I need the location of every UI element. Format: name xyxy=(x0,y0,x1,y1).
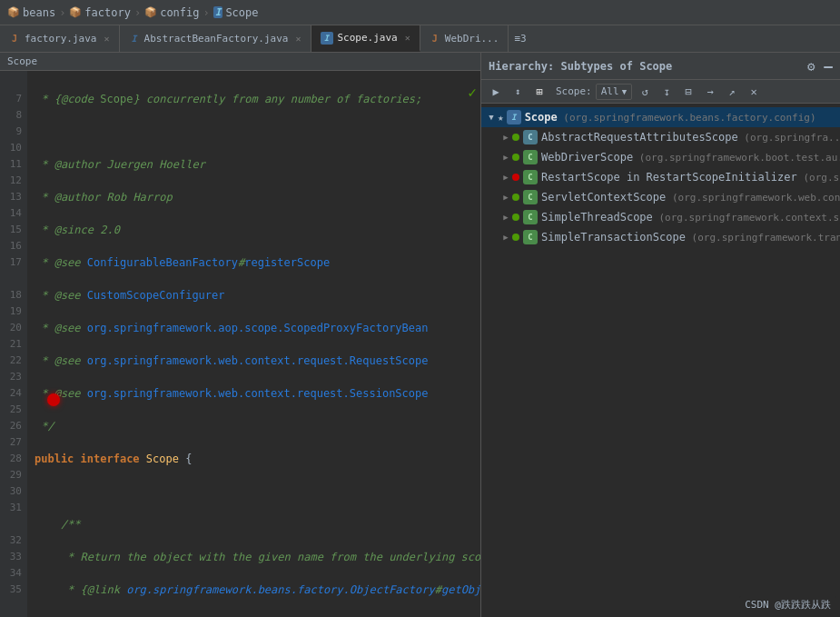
class-icon-restart: C xyxy=(523,170,538,184)
hierarchy-gear-icon[interactable]: ⚙ xyxy=(807,59,815,74)
interface-icon-bc: I xyxy=(213,6,223,18)
tree-arrow-scope: ▼ xyxy=(485,111,498,124)
tree-arrow-thread: ▶ xyxy=(499,211,512,224)
tree-item-servlet-package: (org.springframework.web.cont... xyxy=(666,192,840,204)
breadcrumb-item-scope[interactable]: I Scope xyxy=(213,6,259,19)
dot-thread xyxy=(512,214,519,221)
watermark: CSDN @跌跌跌从跌 xyxy=(739,596,836,613)
tree-arrow-webdriver: ▶ xyxy=(499,151,512,164)
breadcrumb-bar: 📦 beans › 📦 factory › 📦 config › I Scope xyxy=(0,0,840,25)
tree-arrow-restart: ▶ xyxy=(499,171,512,184)
tree-item-abstract-request-package: (org.springfra... xyxy=(738,132,840,144)
package-icon-2: 📦 xyxy=(69,6,82,18)
package-icon-3: 📦 xyxy=(144,6,157,18)
dot-servlet xyxy=(512,194,519,201)
tree-item-servlet-name: ServletContextScope xyxy=(541,191,666,204)
tab-webdriver[interactable]: J WebDri... xyxy=(420,25,509,52)
toolbar-btn-subtypes[interactable]: ⊞ xyxy=(530,83,548,101)
scope-dropdown[interactable]: All ▼ xyxy=(596,84,632,100)
toolbar-btn-close[interactable]: ✕ xyxy=(745,83,763,101)
toolbar-btn-expand[interactable]: ▶ xyxy=(487,83,505,101)
tab-abstract-bean-factory[interactable]: I AbstractBeanFactory.java ✕ xyxy=(120,25,311,52)
tree-item-abstract-request-name: AbstractRequestAttributesScope xyxy=(541,131,738,144)
tab-close-abstract[interactable]: ✕ xyxy=(295,34,301,44)
class-icon-servlet: C xyxy=(523,190,538,204)
tree-item-transaction-name: SimpleTransactionScope xyxy=(541,231,686,244)
code-content: * {@code Scope} concurrently from any nu… xyxy=(27,71,480,617)
tree-item-scope[interactable]: ▼ ★ I Scope (org.springframework.beans.f… xyxy=(481,107,840,127)
tree-item-simple-thread[interactable]: ▶ C SimpleThreadScope (org.springframewo… xyxy=(481,207,840,227)
tree-item-webdriver-name: WebDriverScope xyxy=(541,151,633,164)
toolbar-btn-expand-subtypes[interactable]: ↕ xyxy=(509,83,527,101)
dot-abstract-request xyxy=(512,134,519,141)
tree-item-servlet-context[interactable]: ▶ C ServletContextScope (org.springframe… xyxy=(481,187,840,207)
class-icon-transaction: C xyxy=(523,230,538,244)
check-mark-indicator: ✓ xyxy=(468,84,477,101)
toolbar-btn-refresh[interactable]: ↺ xyxy=(636,83,654,101)
hierarchy-toolbar: ▶ ↕ ⊞ Scope: All ▼ ↺ ↧ ⊟ → ↗ ✕ xyxy=(481,80,840,104)
hierarchy-tree[interactable]: ▼ ★ I Scope (org.springframework.beans.f… xyxy=(481,104,840,617)
tab-close-scope[interactable]: ✕ xyxy=(405,33,410,43)
tree-item-webdriver[interactable]: ▶ C WebDriverScope (org.springframework.… xyxy=(481,147,840,167)
line-numbers: 78910 1112131415 16171819 2021222324 252… xyxy=(0,71,27,617)
tree-item-transaction-package: (org.springframework.transa... xyxy=(686,232,840,244)
toolbar-btn-export[interactable]: ↗ xyxy=(723,83,741,101)
breadcrumb-sep-2: › xyxy=(134,6,141,19)
dot-transaction xyxy=(512,234,519,241)
tree-arrow-transaction: ▶ xyxy=(499,231,512,244)
editor-panel: Scope 78910 1112131415 16171819 20212223… xyxy=(0,53,481,617)
tree-arrow-servlet: ▶ xyxy=(499,191,512,204)
interface-file-icon: I xyxy=(321,32,333,45)
tree-item-restart-scope[interactable]: ▶ C RestartScope in RestartScopeInitiali… xyxy=(481,167,840,187)
breadcrumb-item-beans[interactable]: 📦 beans xyxy=(7,6,55,19)
hierarchy-header: Hierarchy: Subtypes of Scope ⚙ — xyxy=(481,53,840,80)
main-area: Scope 78910 1112131415 16171819 20212223… xyxy=(0,53,840,617)
class-abstract-icon: C xyxy=(523,130,538,144)
code-container[interactable]: 78910 1112131415 16171819 2021222324 252… xyxy=(0,71,480,617)
chevron-down-icon: ▼ xyxy=(622,87,627,96)
hierarchy-panel: Hierarchy: Subtypes of Scope ⚙ — ▶ ↕ ⊞ S… xyxy=(481,53,840,617)
tab-scope-java[interactable]: I Scope.java ✕ xyxy=(311,25,420,52)
tab-overflow-button[interactable]: ≡3 xyxy=(509,25,531,52)
breadcrumb-item-config[interactable]: 📦 config xyxy=(144,6,199,19)
dot-restart xyxy=(512,174,519,181)
tree-item-restart-package: (org.springfra... xyxy=(797,172,840,184)
hierarchy-minimize-icon[interactable]: — xyxy=(824,57,833,75)
tree-item-webdriver-package: (org.springframework.boot.test.au... xyxy=(633,152,840,164)
scope-label-text: Scope: xyxy=(556,85,592,97)
tree-item-thread-package: (org.springframework.context.su... xyxy=(653,212,840,224)
tree-item-scope-name: Scope xyxy=(525,111,558,124)
breadcrumb-item-factory[interactable]: 📦 factory xyxy=(69,6,131,19)
tab-bar: J factory.java ✕ I AbstractBeanFactory.j… xyxy=(0,25,840,53)
interface-tree-icon: I xyxy=(507,110,521,124)
tree-item-abstract-request[interactable]: ▶ C AbstractRequestAttributesScope (org.… xyxy=(481,127,840,147)
toolbar-btn-navigate[interactable]: → xyxy=(701,83,719,101)
hierarchy-title: Hierarchy: Subtypes of Scope xyxy=(489,60,672,73)
toolbar-btn-sort[interactable]: ↧ xyxy=(657,83,676,101)
tab-factory-java[interactable]: J factory.java ✕ xyxy=(0,25,120,52)
tab-close-factory[interactable]: ✕ xyxy=(104,34,109,44)
package-icon: 📦 xyxy=(7,6,20,18)
breadcrumb-sep-1: › xyxy=(59,6,65,19)
tree-item-simple-transaction[interactable]: ▶ C SimpleTransactionScope (org.springfr… xyxy=(481,227,840,247)
java-file-icon: J xyxy=(9,34,20,45)
dot-webdriver xyxy=(512,154,519,161)
star-icon: ★ xyxy=(498,112,504,124)
class-icon-webdriver: C xyxy=(523,150,538,164)
java-file-icon-2: I xyxy=(129,34,140,45)
tree-item-restart-name: RestartScope in RestartScopeInitializer xyxy=(541,171,797,184)
tree-item-scope-package: (org.springframework.beans.factory.confi… xyxy=(558,112,816,124)
breadcrumb-sep-3: › xyxy=(203,6,210,19)
scope-label: Scope xyxy=(0,53,480,71)
tree-item-thread-name: SimpleThreadScope xyxy=(541,211,653,224)
class-icon-thread: C xyxy=(523,210,538,224)
tree-arrow-abstract-request: ▶ xyxy=(499,131,512,144)
toolbar-btn-collapse[interactable]: ⊟ xyxy=(679,83,697,101)
java-file-icon-3: J xyxy=(430,34,440,45)
